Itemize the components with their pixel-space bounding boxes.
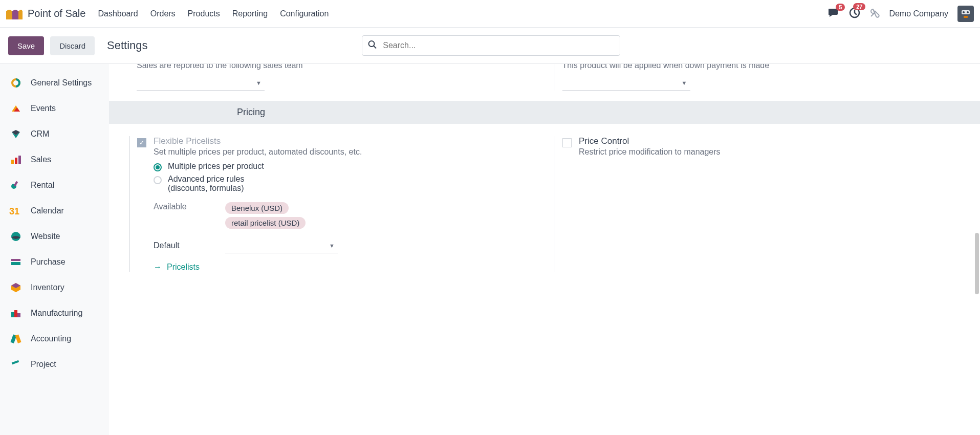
svg-rect-14 bbox=[14, 181, 18, 187]
radio-icon bbox=[154, 176, 162, 184]
tools-icon[interactable] bbox=[869, 8, 880, 19]
link-label: Pricelists bbox=[167, 263, 200, 272]
field-label: Available bbox=[154, 202, 194, 211]
search-input[interactable] bbox=[362, 35, 620, 56]
svg-text:31: 31 bbox=[9, 206, 19, 216]
messages-button[interactable]: 5 bbox=[829, 8, 840, 19]
field-default: Default ▼ bbox=[154, 238, 534, 253]
manufacturing-icon bbox=[9, 307, 23, 320]
svg-rect-17 bbox=[11, 259, 20, 261]
sidebar-item-manufacturing[interactable]: Manufacturing bbox=[0, 300, 109, 326]
discard-button[interactable]: Discard bbox=[50, 36, 95, 55]
sales-icon bbox=[9, 153, 23, 166]
activities-button[interactable]: 27 bbox=[849, 7, 860, 20]
section-header-pricing: Pricing bbox=[109, 101, 980, 124]
user-avatar[interactable] bbox=[957, 6, 974, 22]
website-icon bbox=[9, 230, 23, 243]
tag-retail[interactable]: retail pricelist (USD) bbox=[225, 217, 306, 229]
app-name[interactable]: Point of Sale bbox=[28, 8, 85, 19]
check-icon: ✓ bbox=[139, 139, 144, 146]
activities-badge: 27 bbox=[853, 3, 865, 10]
sidebar-item-label: Inventory bbox=[31, 283, 64, 292]
sales-team-dropdown[interactable]: ▼ bbox=[137, 75, 265, 91]
setting-desc: Restrict price modification to managers bbox=[579, 147, 960, 157]
svg-rect-10 bbox=[11, 160, 14, 164]
radio-label: Advanced price rules bbox=[168, 175, 244, 184]
sidebar-item-label: Purchase bbox=[31, 257, 66, 267]
price-control-checkbox[interactable] bbox=[562, 138, 572, 147]
setting-price-control: Price Control Restrict price modificatio… bbox=[555, 136, 960, 272]
svg-rect-5 bbox=[964, 16, 968, 18]
setting-row-pricing: ✓ Flexible Pricelists Set multiple price… bbox=[109, 124, 980, 282]
sidebar-item-label: Manufacturing bbox=[31, 309, 82, 318]
project-icon bbox=[9, 358, 23, 371]
sidebar-item-label: Events bbox=[31, 104, 56, 113]
sidebar-item-website[interactable]: Website bbox=[0, 224, 109, 249]
setting-flexible-pricelists: ✓ Flexible Pricelists Set multiple price… bbox=[129, 136, 534, 272]
radio-advanced-rules[interactable]: Advanced price rules (discounts, formula… bbox=[154, 175, 534, 193]
sidebar-item-label: Project bbox=[31, 360, 56, 369]
chevron-down-icon: ▼ bbox=[682, 80, 687, 86]
flexible-pricelists-checkbox[interactable]: ✓ bbox=[137, 138, 146, 147]
svg-line-7 bbox=[374, 46, 376, 49]
setting-title: Flexible Pricelists bbox=[154, 136, 534, 146]
sidebar-item-label: Accounting bbox=[31, 334, 71, 343]
field-label: Default bbox=[154, 241, 194, 250]
sidebar-item-inventory[interactable]: Inventory bbox=[0, 275, 109, 300]
tab-reporting[interactable]: Reporting bbox=[232, 9, 268, 18]
tab-configuration[interactable]: Configuration bbox=[280, 9, 329, 18]
radio-multiple-prices[interactable]: Multiple prices per product bbox=[154, 162, 534, 171]
sidebar-item-label: Calendar bbox=[31, 206, 64, 215]
rental-icon bbox=[9, 179, 23, 192]
scrollbar-thumb[interactable] bbox=[975, 233, 979, 294]
sidebar-item-sales[interactable]: Sales bbox=[0, 147, 109, 172]
app-icon bbox=[6, 8, 23, 19]
crm-icon bbox=[9, 127, 23, 141]
pricelists-link[interactable]: → Pricelists bbox=[154, 263, 534, 272]
svg-point-4 bbox=[967, 11, 969, 13]
tab-products[interactable]: Products bbox=[188, 9, 220, 18]
svg-rect-12 bbox=[18, 156, 21, 164]
company-switcher[interactable]: Demo Company bbox=[889, 9, 948, 18]
setting-row-top: Sales Team Sales are reported to the fol… bbox=[109, 64, 980, 101]
sidebar-item-crm[interactable]: CRM bbox=[0, 121, 109, 147]
action-bar: Save Discard Settings bbox=[0, 28, 980, 63]
default-pricelist-dropdown[interactable]: ▼ bbox=[225, 238, 338, 253]
sidebar-item-rental[interactable]: Rental bbox=[0, 172, 109, 198]
setting-title: Price Control bbox=[579, 136, 960, 146]
tag-benelux[interactable]: Benelux (USD) bbox=[225, 202, 289, 214]
radio-label-sub: (discounts, formulas) bbox=[168, 184, 244, 193]
search-icon bbox=[368, 40, 377, 51]
messages-badge: 5 bbox=[836, 4, 845, 11]
sidebar-item-label: Website bbox=[31, 232, 60, 241]
accounting-icon bbox=[9, 332, 23, 345]
save-button[interactable]: Save bbox=[8, 36, 44, 55]
search-wrap bbox=[362, 35, 620, 56]
sidebar-item-general[interactable]: General Settings bbox=[0, 70, 109, 96]
topbar: Point of Sale Dashboard Orders Products … bbox=[0, 0, 980, 28]
purchase-icon bbox=[9, 255, 23, 269]
sidebar-item-calendar[interactable]: 31Calendar bbox=[0, 198, 109, 224]
setting-sales-team: Sales Team Sales are reported to the fol… bbox=[129, 64, 534, 91]
sidebar-item-project[interactable]: Project bbox=[0, 352, 109, 377]
setting-desc: This product will be applied when down p… bbox=[562, 64, 960, 70]
sidebar-item-events[interactable]: Events bbox=[0, 96, 109, 121]
topbar-right: 5 27 Demo Company bbox=[829, 6, 974, 22]
available-pricelists-tags[interactable]: Benelux (USD) retail pricelist (USD) bbox=[225, 202, 306, 229]
setting-desc: Set multiple prices per product, automat… bbox=[154, 147, 534, 157]
svg-rect-18 bbox=[11, 262, 20, 265]
svg-rect-19 bbox=[11, 312, 14, 317]
sidebar-item-accounting[interactable]: Accounting bbox=[0, 326, 109, 352]
sidebar-item-purchase[interactable]: Purchase bbox=[0, 249, 109, 275]
tab-dashboard[interactable]: Dashboard bbox=[98, 9, 138, 18]
setting-desc: Sales are reported to the following sale… bbox=[137, 64, 534, 70]
inventory-icon bbox=[9, 281, 23, 294]
svg-rect-21 bbox=[17, 313, 20, 317]
settings-sidebar: General Settings Events CRM Sales Rental… bbox=[0, 64, 109, 435]
tab-orders[interactable]: Orders bbox=[150, 9, 176, 18]
settings-content[interactable]: Sales Team Sales are reported to the fol… bbox=[109, 64, 980, 435]
down-payment-dropdown[interactable]: ▼ bbox=[562, 75, 690, 91]
gear-icon bbox=[9, 76, 23, 90]
main: General Settings Events CRM Sales Rental… bbox=[0, 63, 980, 435]
chevron-down-icon: ▼ bbox=[256, 80, 262, 86]
